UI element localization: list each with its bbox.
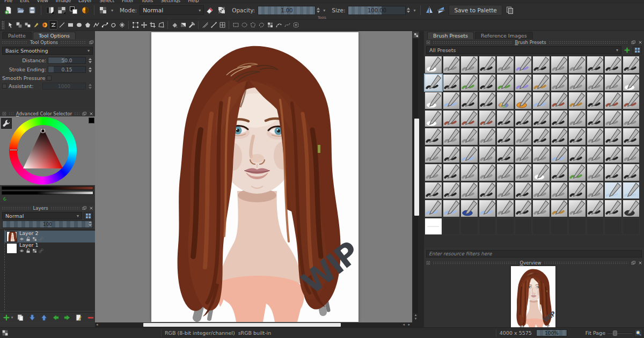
brush-preset[interactable] [461,75,478,91]
brush-preset[interactable] [605,75,621,91]
brush-preset[interactable] [623,56,640,73]
transform-tool-icon[interactable] [131,20,140,30]
workspace-chooser-button[interactable] [504,5,515,16]
brush-preset[interactable] [425,146,442,163]
brush-preset[interactable] [587,146,604,163]
brush-preset[interactable] [425,182,442,199]
brush-preset[interactable] [515,56,532,73]
float-panel-icon[interactable] [82,111,86,116]
color-wheel-area[interactable] [0,116,95,185]
assistant-tool-icon[interactable] [201,20,209,30]
brush-preset[interactable] [551,56,568,73]
move-layer-down-button[interactable] [28,313,36,322]
brush-preset[interactable] [605,146,621,163]
measure-tool-icon[interactable] [209,20,218,30]
gradient-chooser-icon[interactable] [45,5,55,16]
menu-edit[interactable]: Edit [20,0,29,3]
brush-preset[interactable] [533,92,550,109]
ellipse-tool-icon[interactable] [75,20,83,30]
brush-preset[interactable] [515,75,532,91]
brush-preset[interactable] [461,92,478,109]
scroll-vertical-icons[interactable]: ▴▾ [413,313,418,321]
refresh-colors-icon[interactable] [2,196,8,202]
close-panel-icon[interactable] [638,40,642,45]
freehand-brush-tool-icon[interactable] [49,20,57,30]
brush-preset[interactable] [497,200,514,217]
float-panel-icon[interactable] [631,260,635,265]
layer-blend-mode-select[interactable]: Normal [2,212,82,219]
multibrush-tool-icon[interactable] [40,20,49,30]
brush-preset[interactable] [533,182,550,199]
zoom-tool-button[interactable] [634,329,642,337]
brush-preset[interactable] [533,56,550,73]
brush-preset[interactable] [479,146,496,163]
alpha-lock-icon[interactable] [32,248,37,254]
fill-tool-icon[interactable] [170,20,179,30]
layer-filter-button[interactable] [84,212,93,219]
brush-preset[interactable] [497,164,514,181]
color-selector-settings-button[interactable] [1,118,12,129]
blending-mode-select[interactable]: Normal [140,5,204,15]
brush-preset[interactable] [479,182,496,199]
brush-preset[interactable] [605,56,621,73]
brush-preset[interactable] [551,200,568,217]
save-to-palette-button[interactable]: Save to Palette [449,5,502,16]
select-magnetic-tool-icon[interactable] [274,20,283,30]
patch-tool-icon[interactable] [23,20,32,30]
smoothing-mode-select[interactable]: Basic Smoothing [2,47,93,55]
brush-preset[interactable] [461,56,478,73]
brush-preset[interactable] [551,92,568,109]
brush-preset[interactable] [515,111,532,127]
tab-brush-presets[interactable]: Brush Presets [427,32,474,39]
gradient-ball-icon[interactable] [80,5,91,16]
distance-slider[interactable]: 50.0 [48,57,86,64]
move-layer-right-button[interactable] [63,313,72,322]
brush-preset[interactable] [497,56,514,73]
brush-preset[interactable] [587,92,604,109]
crop-tool-icon[interactable] [148,20,157,30]
float-panel-icon[interactable] [631,40,635,45]
brush-preset[interactable] [479,75,496,91]
brush-preset[interactable] [461,128,478,145]
brush-preset[interactable] [587,75,604,91]
brush-preset[interactable] [569,111,586,127]
brush-preset[interactable] [497,128,514,145]
brush-preset[interactable] [515,200,532,217]
preserve-alpha-button[interactable] [216,5,227,16]
shape-edit-tool-icon[interactable] [14,20,23,30]
brush-preset[interactable] [551,146,568,163]
brush-preset[interactable] [515,164,532,181]
brush-preset[interactable] [533,164,550,181]
saturation-triangle[interactable] [9,117,77,185]
sampler-tool-icon[interactable] [187,20,196,30]
brush-preset[interactable] [425,75,442,91]
add-layer-button[interactable] [2,313,11,322]
brush-preset[interactable] [515,92,532,109]
brush-preset[interactable] [569,56,586,73]
mirror-horizontal-icon[interactable] [424,5,435,16]
vscroll-thumb[interactable] [414,119,419,216]
stroke-ending-slider[interactable]: 0.15 [48,66,86,73]
menu-select[interactable]: Select [99,0,114,3]
fill-type-dropdown[interactable] [98,5,108,16]
brush-preset[interactable] [569,146,586,163]
assistant-checkbox[interactable] [2,84,7,89]
collapse-panel-icon[interactable] [426,260,430,265]
brush-preset[interactable] [533,128,550,145]
canvas-options-button[interactable] [413,32,419,38]
pattern-chooser-icon[interactable] [56,5,67,16]
select-free-tool-icon[interactable] [257,20,266,30]
duplicate-layer-button[interactable] [16,313,25,322]
distance-spinner[interactable] [89,58,92,63]
brush-preset[interactable] [443,75,460,91]
size-slider[interactable]: 100.00 [348,6,406,15]
rectangle-tool-icon[interactable] [66,20,75,30]
select-rect-tool-icon[interactable] [231,20,240,30]
brush-preset[interactable] [623,200,640,217]
brush-preset[interactable] [425,164,442,181]
resource-filter-input[interactable] [426,250,642,258]
brush-preset[interactable] [497,182,514,199]
value-gradient-bar[interactable] [2,186,93,190]
delete-layer-button[interactable] [86,313,95,322]
scroll-left-icon[interactable]: ◂ [402,322,405,327]
